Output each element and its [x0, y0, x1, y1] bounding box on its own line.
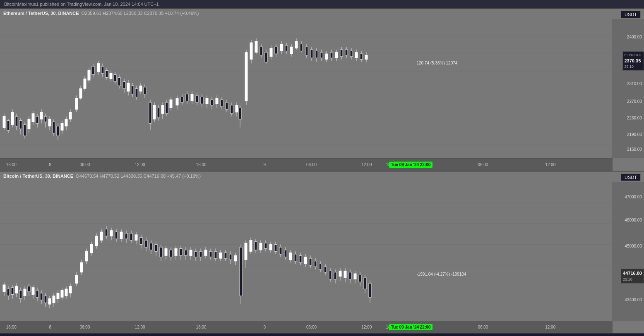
svg-rect-174	[7, 289, 10, 296]
publisher-text: BitcoinMaximus1 published on TradingView…	[4, 2, 159, 7]
svg-rect-132	[350, 51, 353, 56]
header-bar: BitcoinMaximus1 published on TradingView…	[0, 0, 644, 9]
btc-time-0600-2: 06:00	[306, 325, 317, 329]
svg-rect-310	[334, 272, 336, 279]
svg-rect-254	[195, 251, 197, 257]
svg-rect-222	[115, 232, 118, 239]
svg-rect-114	[305, 47, 308, 55]
svg-rect-94	[255, 41, 257, 52]
svg-rect-308	[329, 271, 332, 279]
svg-rect-160	[226, 102, 228, 110]
svg-rect-224	[120, 232, 123, 239]
svg-rect-10	[7, 121, 10, 131]
svg-rect-306	[324, 267, 327, 272]
svg-rect-162	[231, 105, 233, 114]
eth-time-1800-1: 18:00	[6, 162, 17, 167]
eth-time-1200-3: 12:00	[545, 162, 555, 167]
svg-rect-82	[161, 105, 164, 114]
svg-rect-110	[295, 41, 298, 48]
svg-rect-144	[186, 94, 188, 101]
svg-rect-106	[285, 45, 288, 51]
svg-rect-98	[265, 52, 267, 62]
svg-rect-280	[260, 243, 262, 250]
svg-rect-116	[310, 50, 313, 58]
eth-price-2150: 2150.00	[627, 147, 642, 152]
btc-time-axis: 18:00 8 06:00 12:00 18:00 9 06:00 12:00 …	[0, 321, 613, 333]
svg-rect-204	[69, 286, 72, 293]
svg-rect-260	[209, 251, 212, 257]
svg-rect-120	[320, 52, 323, 58]
svg-rect-206	[75, 275, 78, 283]
svg-rect-212	[90, 244, 93, 253]
svg-rect-202	[65, 289, 67, 296]
svg-rect-24	[36, 117, 38, 124]
svg-rect-130	[345, 50, 348, 55]
svg-rect-108	[290, 47, 293, 54]
eth-time-1200-1: 12:00	[135, 162, 145, 167]
svg-rect-298	[304, 257, 307, 264]
btc-time-1200-1: 12:00	[135, 325, 145, 329]
svg-rect-312	[339, 271, 341, 276]
eth-price-2270: 2270.00	[627, 99, 642, 104]
svg-rect-296	[299, 255, 302, 262]
svg-rect-118	[315, 51, 318, 58]
svg-rect-12	[11, 112, 14, 124]
svg-rect-242	[165, 248, 167, 255]
svg-rect-102	[275, 47, 277, 54]
svg-rect-36	[61, 123, 63, 130]
svg-rect-134	[355, 52, 358, 58]
svg-rect-156	[216, 98, 218, 104]
eth-date-8: 8	[49, 162, 51, 167]
btc-time-0600-3: 06:00	[478, 325, 488, 329]
svg-rect-42	[75, 98, 78, 110]
svg-rect-154	[211, 100, 213, 105]
eth-info-bar: Ethereum / TetherUS, 30, BINANCE O2359.6…	[3, 11, 199, 16]
svg-rect-262	[214, 251, 217, 258]
btc-price-46000: 46000.00	[625, 218, 642, 222]
svg-rect-234	[145, 240, 147, 247]
svg-rect-142	[181, 97, 183, 102]
svg-rect-18	[24, 125, 26, 136]
eth-vertical-line	[386, 19, 386, 158]
svg-rect-286	[274, 244, 277, 251]
svg-rect-270	[234, 255, 237, 261]
eth-price-2190: 2190.00	[627, 132, 642, 137]
btc-vertical-line	[386, 182, 386, 321]
svg-rect-38	[65, 119, 67, 126]
svg-rect-230	[135, 234, 137, 240]
svg-rect-208	[80, 262, 83, 272]
svg-rect-244	[170, 250, 172, 257]
svg-rect-76	[149, 102, 151, 123]
svg-rect-62	[118, 77, 120, 86]
svg-rect-150	[201, 97, 203, 104]
svg-rect-64	[123, 81, 125, 88]
btc-time-1200-3: 12:00	[545, 325, 555, 329]
svg-rect-192	[44, 295, 47, 303]
svg-rect-22	[32, 114, 34, 122]
svg-rect-104	[280, 44, 283, 51]
btc-price-45000: 45000.00	[625, 244, 642, 248]
svg-rect-152	[206, 98, 208, 104]
svg-rect-8	[3, 117, 5, 128]
svg-rect-32	[53, 122, 55, 133]
svg-rect-210	[85, 251, 88, 261]
btc-price-axis: 47000.00 46000.00 45000.00 44000.00 4340…	[613, 182, 644, 321]
eth-usdt-badge: USDT	[621, 11, 641, 18]
svg-rect-200	[61, 290, 63, 297]
eth-ohlc: O2359.61 H2374.60 L2350.33 C2370.35 +10.…	[82, 11, 199, 16]
svg-rect-176	[11, 287, 14, 294]
svg-rect-196	[53, 295, 55, 303]
btc-time-1200-2: 12:00	[361, 325, 372, 329]
svg-rect-56	[106, 71, 108, 78]
svg-rect-178	[15, 286, 18, 293]
eth-price-axis: 2400.00 2370.00 2350.00 2310.00 2270.00 …	[613, 19, 644, 158]
btc-time-1800-1: 18:00	[6, 325, 17, 329]
svg-rect-278	[255, 241, 257, 250]
eth-chart-panel: Ethereum / TetherUS, 30, BINANCE O2359.6…	[0, 9, 644, 172]
svg-rect-74	[144, 87, 146, 94]
svg-rect-232	[140, 237, 142, 244]
btc-time-highlight: Tue 09 Jan '24 22:00	[389, 324, 433, 330]
btc-ohlc: O44670.54 H4770.52 L44300.36 C44716.00 +…	[76, 174, 201, 179]
svg-rect-92	[250, 43, 252, 59]
svg-rect-90	[245, 52, 248, 101]
